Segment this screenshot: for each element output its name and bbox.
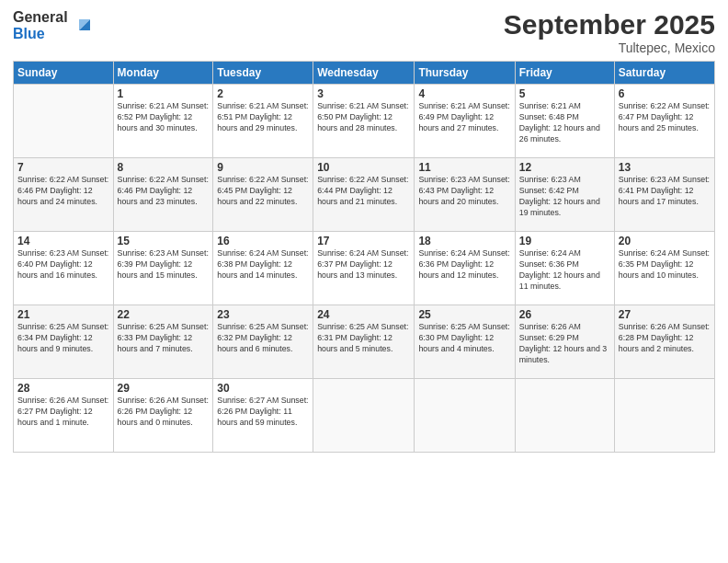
table-row: 29Sunrise: 6:26 AM Sunset: 6:26 PM Dayli… xyxy=(113,379,213,453)
table-row: 15Sunrise: 6:23 AM Sunset: 6:39 PM Dayli… xyxy=(113,232,213,305)
day-number: 26 xyxy=(519,308,610,321)
table-row: 18Sunrise: 6:24 AM Sunset: 6:36 PM Dayli… xyxy=(415,232,515,305)
day-info: Sunrise: 6:23 AM Sunset: 6:39 PM Dayligh… xyxy=(118,248,210,282)
day-info: Sunrise: 6:22 AM Sunset: 6:45 PM Dayligh… xyxy=(217,175,309,208)
day-number: 15 xyxy=(118,235,210,247)
table-row: 19Sunrise: 6:24 AM Sunset: 6:36 PM Dayli… xyxy=(515,232,614,305)
col-saturday: Saturday xyxy=(614,62,714,85)
table-row: 20Sunrise: 6:24 AM Sunset: 6:35 PM Dayli… xyxy=(614,232,714,305)
day-number: 1 xyxy=(118,87,210,100)
day-number: 25 xyxy=(418,308,510,321)
table-row: 6Sunrise: 6:22 AM Sunset: 6:47 PM Daylig… xyxy=(614,85,714,158)
day-info: Sunrise: 6:25 AM Sunset: 6:30 PM Dayligh… xyxy=(418,322,510,355)
day-info: Sunrise: 6:21 AM Sunset: 6:50 PM Dayligh… xyxy=(317,101,410,134)
logo-general: General xyxy=(13,9,68,25)
table-row: 10Sunrise: 6:22 AM Sunset: 6:44 PM Dayli… xyxy=(313,158,415,232)
table-row: 13Sunrise: 6:23 AM Sunset: 6:41 PM Dayli… xyxy=(614,158,714,232)
table-row: 3Sunrise: 6:21 AM Sunset: 6:50 PM Daylig… xyxy=(313,85,415,158)
page: General Blue September 2025 Tultepec, Me… xyxy=(0,0,728,563)
day-number: 24 xyxy=(317,308,410,321)
month-title: September 2025 xyxy=(504,9,715,40)
day-info: Sunrise: 6:22 AM Sunset: 6:44 PM Dayligh… xyxy=(317,175,410,208)
col-monday: Monday xyxy=(113,62,213,85)
table-row: 16Sunrise: 6:24 AM Sunset: 6:38 PM Dayli… xyxy=(213,232,313,305)
col-tuesday: Tuesday xyxy=(213,62,313,85)
day-number: 20 xyxy=(619,235,711,247)
col-thursday: Thursday xyxy=(415,62,515,85)
day-info: Sunrise: 6:25 AM Sunset: 6:34 PM Dayligh… xyxy=(17,322,109,355)
header: General Blue September 2025 Tultepec, Me… xyxy=(13,9,715,55)
day-info: Sunrise: 6:26 AM Sunset: 6:26 PM Dayligh… xyxy=(118,396,210,429)
day-number: 21 xyxy=(17,308,109,321)
day-number: 4 xyxy=(418,87,510,100)
day-number: 2 xyxy=(217,87,309,100)
day-info: Sunrise: 6:23 AM Sunset: 6:42 PM Dayligh… xyxy=(519,175,610,219)
day-info: Sunrise: 6:23 AM Sunset: 6:41 PM Dayligh… xyxy=(619,175,711,208)
table-row: 5Sunrise: 6:21 AM Sunset: 6:48 PM Daylig… xyxy=(515,85,614,158)
day-number: 13 xyxy=(619,161,711,174)
day-info: Sunrise: 6:22 AM Sunset: 6:47 PM Dayligh… xyxy=(619,101,711,134)
day-info: Sunrise: 6:26 AM Sunset: 6:29 PM Dayligh… xyxy=(519,322,610,366)
day-info: Sunrise: 6:21 AM Sunset: 6:49 PM Dayligh… xyxy=(418,101,510,134)
table-row: 9Sunrise: 6:22 AM Sunset: 6:45 PM Daylig… xyxy=(213,158,313,232)
table-row: 28Sunrise: 6:26 AM Sunset: 6:27 PM Dayli… xyxy=(14,379,114,453)
day-number: 12 xyxy=(519,161,610,174)
day-number: 30 xyxy=(217,382,309,395)
day-number: 19 xyxy=(519,235,610,247)
day-info: Sunrise: 6:26 AM Sunset: 6:27 PM Dayligh… xyxy=(17,396,109,429)
table-row: 30Sunrise: 6:27 AM Sunset: 6:26 PM Dayli… xyxy=(213,379,313,453)
day-number: 17 xyxy=(317,235,410,247)
calendar: Sunday Monday Tuesday Wednesday Thursday… xyxy=(13,61,715,453)
table-row: 22Sunrise: 6:25 AM Sunset: 6:33 PM Dayli… xyxy=(113,305,213,379)
logo-wordmark: General Blue xyxy=(13,9,68,41)
day-info: Sunrise: 6:21 AM Sunset: 6:51 PM Dayligh… xyxy=(217,101,309,134)
day-number: 28 xyxy=(17,382,109,395)
table-row: 7Sunrise: 6:22 AM Sunset: 6:46 PM Daylig… xyxy=(14,158,114,232)
col-friday: Friday xyxy=(515,62,614,85)
day-number: 3 xyxy=(317,87,410,100)
day-number: 7 xyxy=(17,161,109,174)
day-info: Sunrise: 6:21 AM Sunset: 6:48 PM Dayligh… xyxy=(519,101,610,145)
calendar-week-3: 14Sunrise: 6:23 AM Sunset: 6:40 PM Dayli… xyxy=(14,232,715,305)
logo-icon xyxy=(74,14,94,34)
day-info: Sunrise: 6:23 AM Sunset: 6:43 PM Dayligh… xyxy=(418,175,510,208)
day-number: 6 xyxy=(619,87,711,100)
table-row xyxy=(515,379,614,453)
table-row: 26Sunrise: 6:26 AM Sunset: 6:29 PM Dayli… xyxy=(515,305,614,379)
table-row: 4Sunrise: 6:21 AM Sunset: 6:49 PM Daylig… xyxy=(415,85,515,158)
day-number: 22 xyxy=(118,308,210,321)
day-info: Sunrise: 6:21 AM Sunset: 6:52 PM Dayligh… xyxy=(118,101,210,134)
table-row xyxy=(614,379,714,453)
day-number: 9 xyxy=(217,161,309,174)
day-info: Sunrise: 6:25 AM Sunset: 6:32 PM Dayligh… xyxy=(217,322,309,355)
table-row: 2Sunrise: 6:21 AM Sunset: 6:51 PM Daylig… xyxy=(213,85,313,158)
title-block: September 2025 Tultepec, Mexico xyxy=(504,9,715,55)
day-number: 29 xyxy=(118,382,210,395)
table-row: 12Sunrise: 6:23 AM Sunset: 6:42 PM Dayli… xyxy=(515,158,614,232)
day-number: 18 xyxy=(418,235,510,247)
table-row: 17Sunrise: 6:24 AM Sunset: 6:37 PM Dayli… xyxy=(313,232,415,305)
calendar-week-2: 7Sunrise: 6:22 AM Sunset: 6:46 PM Daylig… xyxy=(14,158,715,232)
table-row: 11Sunrise: 6:23 AM Sunset: 6:43 PM Dayli… xyxy=(415,158,515,232)
day-number: 10 xyxy=(317,161,410,174)
table-row xyxy=(415,379,515,453)
day-info: Sunrise: 6:22 AM Sunset: 6:46 PM Dayligh… xyxy=(118,175,210,208)
table-row xyxy=(313,379,415,453)
day-info: Sunrise: 6:24 AM Sunset: 6:36 PM Dayligh… xyxy=(519,248,610,293)
table-row: 25Sunrise: 6:25 AM Sunset: 6:30 PM Dayli… xyxy=(415,305,515,379)
day-info: Sunrise: 6:23 AM Sunset: 6:40 PM Dayligh… xyxy=(17,248,109,282)
table-row: 1Sunrise: 6:21 AM Sunset: 6:52 PM Daylig… xyxy=(113,85,213,158)
logo-blue: Blue xyxy=(13,26,45,41)
day-number: 11 xyxy=(418,161,510,174)
day-info: Sunrise: 6:25 AM Sunset: 6:33 PM Dayligh… xyxy=(118,322,210,355)
day-number: 14 xyxy=(17,235,109,247)
day-info: Sunrise: 6:25 AM Sunset: 6:31 PM Dayligh… xyxy=(317,322,410,355)
calendar-week-5: 28Sunrise: 6:26 AM Sunset: 6:27 PM Dayli… xyxy=(14,379,715,453)
calendar-week-1: 1Sunrise: 6:21 AM Sunset: 6:52 PM Daylig… xyxy=(14,85,715,158)
location: Tultepec, Mexico xyxy=(504,40,715,55)
day-number: 27 xyxy=(619,308,711,321)
table-row: 23Sunrise: 6:25 AM Sunset: 6:32 PM Dayli… xyxy=(213,305,313,379)
table-row: 8Sunrise: 6:22 AM Sunset: 6:46 PM Daylig… xyxy=(113,158,213,232)
day-info: Sunrise: 6:27 AM Sunset: 6:26 PM Dayligh… xyxy=(217,396,309,429)
day-info: Sunrise: 6:22 AM Sunset: 6:46 PM Dayligh… xyxy=(17,175,109,208)
